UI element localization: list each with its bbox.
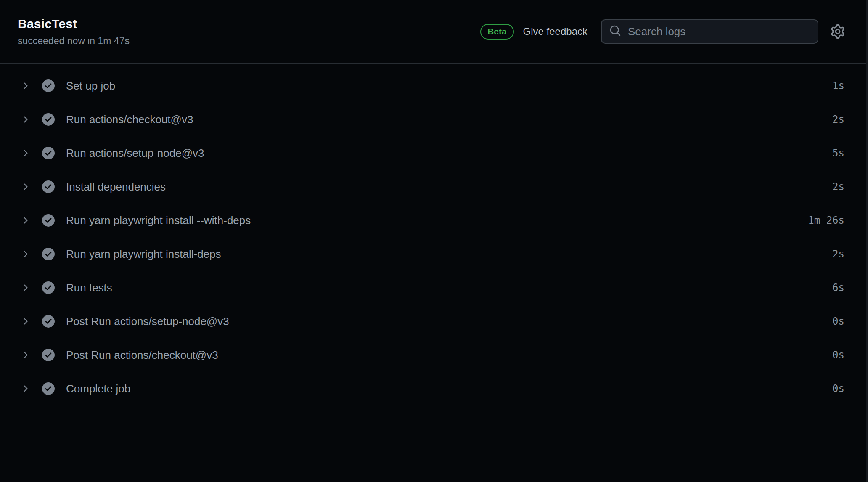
step-row[interactable]: Run actions/setup-node@v3 5s (0, 136, 866, 170)
check-circle-icon (42, 214, 55, 227)
step-row[interactable]: Set up job 1s (0, 69, 866, 103)
page-title: BasicTest (18, 17, 130, 31)
search-input[interactable] (628, 25, 811, 38)
job-summary: BasicTest succeeded now in 1m 47s (18, 17, 130, 47)
step-duration: 2s (832, 114, 844, 125)
step-label: Post Run actions/checkout@v3 (66, 349, 832, 362)
step-label: Run actions/setup-node@v3 (66, 147, 832, 160)
check-circle-icon (42, 349, 55, 361)
log-viewer-screen: BasicTest succeeded now in 1m 47s Beta G… (0, 0, 868, 482)
chevron-right-icon (20, 350, 30, 360)
step-label: Run actions/checkout@v3 (66, 113, 832, 126)
step-duration: 1m 26s (808, 215, 844, 226)
step-row[interactable]: Post Run actions/setup-node@v3 0s (0, 305, 866, 338)
search-icon (609, 25, 621, 38)
step-row[interactable]: Complete job 0s (0, 372, 866, 405)
step-label: Set up job (66, 79, 832, 93)
step-label: Run yarn playwright install-deps (66, 248, 832, 261)
step-label: Post Run actions/setup-node@v3 (66, 315, 832, 328)
step-duration: 2s (832, 248, 844, 260)
give-feedback-link[interactable]: Give feedback (523, 26, 587, 37)
chevron-right-icon (20, 316, 30, 326)
check-circle-icon (42, 147, 55, 159)
step-label: Complete job (66, 382, 832, 395)
step-duration: 6s (832, 282, 844, 294)
chevron-right-icon (20, 283, 30, 293)
step-row[interactable]: Post Run actions/checkout@v3 0s (0, 338, 866, 372)
chevron-right-icon (20, 384, 30, 394)
step-duration: 1s (832, 80, 844, 92)
check-circle-icon (42, 113, 55, 126)
chevron-right-icon (20, 182, 30, 192)
expand-step-button[interactable] (20, 215, 30, 225)
chevron-right-icon (20, 215, 30, 225)
check-circle-icon (42, 315, 55, 328)
step-row[interactable]: Run tests 6s (0, 271, 866, 305)
expand-step-button[interactable] (20, 182, 30, 192)
gear-icon (831, 24, 845, 39)
expand-step-button[interactable] (20, 384, 30, 394)
header-actions: Beta Give feedback (480, 19, 845, 44)
chevron-right-icon (20, 148, 30, 158)
steps-list: Set up job 1s Run actions/checkout@v3 2s (0, 64, 866, 405)
chevron-right-icon (20, 81, 30, 91)
step-duration: 0s (832, 383, 844, 395)
step-label: Install dependencies (66, 180, 832, 193)
step-row[interactable]: Run yarn playwright install --with-deps … (0, 204, 866, 237)
step-duration: 2s (832, 181, 844, 193)
check-circle-icon (42, 180, 55, 193)
check-circle-icon (42, 281, 55, 294)
step-row[interactable]: Install dependencies 2s (0, 170, 866, 204)
chevron-right-icon (20, 249, 30, 259)
search-box[interactable] (601, 19, 818, 44)
header: BasicTest succeeded now in 1m 47s Beta G… (0, 0, 866, 64)
step-duration: 0s (832, 315, 844, 327)
check-circle-icon (42, 382, 55, 395)
step-label: Run yarn playwright install --with-deps (66, 214, 808, 227)
expand-step-button[interactable] (20, 249, 30, 259)
chevron-right-icon (20, 114, 30, 124)
expand-step-button[interactable] (20, 81, 30, 91)
job-status-text: succeeded now in 1m 47s (18, 35, 130, 47)
expand-step-button[interactable] (20, 148, 30, 158)
beta-badge: Beta (480, 24, 514, 40)
step-duration: 5s (832, 147, 844, 159)
settings-button[interactable] (831, 24, 845, 39)
expand-step-button[interactable] (20, 114, 30, 124)
step-row[interactable]: Run yarn playwright install-deps 2s (0, 237, 866, 271)
expand-step-button[interactable] (20, 283, 30, 293)
step-label: Run tests (66, 281, 832, 294)
check-circle-icon (42, 79, 55, 92)
expand-step-button[interactable] (20, 316, 30, 326)
step-row[interactable]: Run actions/checkout@v3 2s (0, 103, 866, 136)
expand-step-button[interactable] (20, 350, 30, 360)
step-duration: 0s (832, 349, 844, 361)
check-circle-icon (42, 248, 55, 260)
